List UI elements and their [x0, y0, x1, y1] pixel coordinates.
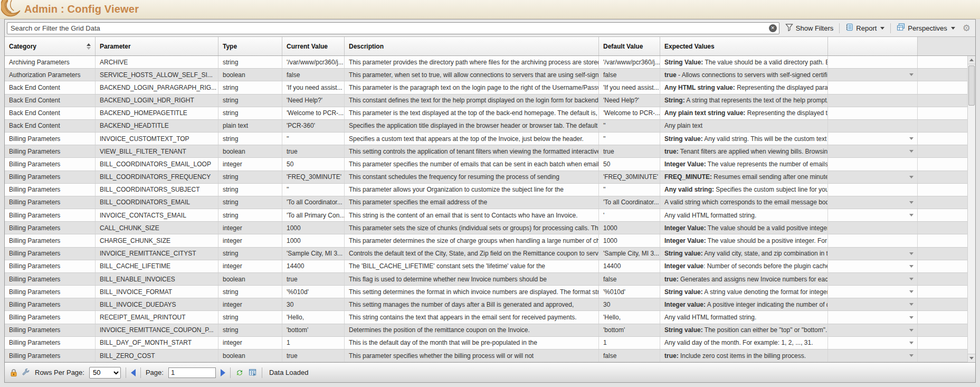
cell-default: false [599, 69, 660, 81]
vertical-scrollbar[interactable] [967, 56, 975, 362]
cell-category: Billing Parameters [5, 158, 96, 170]
cell-category: Back End Content [5, 95, 96, 107]
cell-parameter: BILL_DAY_OF_MONTH_START [96, 337, 218, 349]
table-row[interactable]: Back End ContentBACKEND_LOGIN_HDR_RIGHTs… [5, 95, 967, 107]
row-expand-icon[interactable] [909, 329, 914, 332]
table-row[interactable]: Billing ParametersBILL_INVOICE_DUEDAYSin… [5, 298, 967, 311]
row-expand-icon[interactable] [909, 252, 914, 255]
scroll-down-button[interactable] [968, 354, 975, 362]
row-expand-icon[interactable] [909, 137, 914, 140]
search-input[interactable] [7, 22, 779, 34]
app-logo-icon [1, 0, 21, 19]
column-header-parameter[interactable]: Parameter [96, 37, 218, 55]
cell-category: Billing Parameters [5, 273, 96, 285]
column-header-type[interactable]: Type [218, 37, 282, 55]
column-header-expected-values[interactable]: Expected Values [660, 37, 828, 55]
row-expand-icon[interactable] [909, 214, 914, 216]
table-row[interactable]: Billing ParametersBILL_DAY_OF_MONTH_STAR… [5, 337, 967, 350]
export-grid-button[interactable] [249, 369, 257, 376]
cell-type: integer [218, 337, 282, 349]
row-expand-icon[interactable] [909, 342, 914, 344]
cell-parameter: BILL_COORDINATORS_EMAIL_LOOP [96, 158, 218, 170]
cell-current: true [282, 273, 345, 285]
cell-parameter: BILL_COORDINATORS_EMAIL [96, 196, 218, 209]
table-row[interactable]: Billing ParametersBILL_ZERO_COSTbooleant… [5, 350, 967, 362]
show-filters-button[interactable]: Show Filters [783, 22, 836, 34]
cell-current: '' [282, 184, 345, 196]
lock-icon[interactable] [10, 369, 17, 377]
cell-filler [918, 298, 967, 310]
table-row[interactable]: Billing ParametersBILL_ENABLE_INVOICESbo… [5, 273, 967, 286]
cell-extra [828, 120, 918, 132]
row-expand-icon[interactable] [909, 150, 914, 153]
clear-search-icon[interactable]: ✕ [769, 24, 777, 32]
cell-type: string [218, 56, 282, 68]
cell-filler [918, 260, 967, 272]
rows-per-page-select[interactable]: 50 [89, 367, 121, 379]
report-button[interactable]: Report [843, 22, 887, 34]
column-header-description[interactable]: Description [345, 37, 599, 55]
table-row[interactable]: Archiving ParametersARCHIVEstring'/var/w… [5, 56, 967, 69]
table-row[interactable]: Billing ParametersINVOICE_CUSTOMTEXT_TOP… [5, 133, 967, 145]
table-row[interactable]: Billing ParametersBILL_COORDINATORS_SUBJ… [5, 184, 967, 196]
row-expand-icon[interactable] [909, 316, 914, 319]
row-expand-icon[interactable] [909, 73, 914, 76]
column-header-default-value[interactable]: Default Value [599, 37, 660, 55]
table-row[interactable]: Back End ContentBACKEND_HEADTITLEplain t… [5, 120, 967, 133]
row-expand-icon[interactable] [909, 201, 914, 204]
config-viewer-panel: ✕ Show Filters Report [4, 19, 976, 383]
previous-page-button[interactable] [131, 369, 136, 376]
column-header-current-value[interactable]: Current Value [282, 37, 345, 55]
row-expand-icon[interactable] [909, 176, 914, 178]
table-row[interactable]: Billing ParametersBILL_CACHE_LIFETIMEint… [5, 260, 967, 273]
cell-current: 'Need Help?' [282, 95, 345, 107]
column-header-label: Category [9, 43, 36, 50]
table-row[interactable]: Billing ParametersINVOICE_REMITTANCE_COU… [5, 324, 967, 337]
cell-default: false [599, 350, 660, 362]
grid-toolbar: ✕ Show Filters Report [5, 20, 975, 36]
table-row[interactable]: Billing ParametersINVOICE_REMITTANCE_CIT… [5, 248, 967, 260]
cell-description: This flag is used to determine whether n… [345, 273, 599, 285]
table-row[interactable]: Back End ContentBACKEND_HOMEPAGETITLEstr… [5, 107, 967, 120]
report-label: Report [856, 24, 877, 32]
cell-extra [828, 196, 918, 209]
row-expand-icon[interactable] [909, 265, 914, 268]
cell-parameter: INVOICE_REMITTANCE_COUPON_P... [96, 324, 218, 336]
perspectives-button[interactable]: Perspectives [895, 22, 957, 34]
page-number-input[interactable] [168, 367, 216, 378]
cell-type: string [218, 196, 282, 209]
table-row[interactable]: Billing ParametersCALL_CHUNK_SIZEinteger… [5, 222, 967, 234]
cell-parameter: BILL_COORDINATORS_SUBJECT [96, 184, 218, 196]
row-expand-icon[interactable] [909, 303, 914, 306]
table-row[interactable]: Billing ParametersRECEIPT_EMAIL_PRINTOUT… [5, 311, 967, 324]
cell-expected-values: String value: Any valid string. This wil… [660, 133, 828, 145]
table-row[interactable]: Back End ContentBACKEND_LOGIN_PARAGRAPH_… [5, 81, 967, 94]
cell-default: '%010d' [599, 286, 660, 298]
cell-type: string [218, 184, 282, 196]
column-header-category[interactable]: Category [5, 37, 96, 55]
row-expand-icon[interactable] [909, 278, 914, 280]
row-expand-icon[interactable] [909, 354, 914, 357]
table-row[interactable]: Billing ParametersBILL_COORDINATORS_EMAI… [5, 196, 967, 209]
table-row[interactable]: Authorization ParametersSERVICE_HOSTS_AL… [5, 69, 967, 81]
wrench-icon[interactable] [22, 369, 30, 376]
cell-parameter: BACKEND_HOMEPAGETITLE [96, 107, 218, 119]
next-page-button[interactable] [221, 369, 225, 376]
refresh-button[interactable] [235, 369, 244, 377]
cell-extra [828, 298, 918, 310]
app-header: Admin : Config Viewer [0, 0, 980, 19]
table-row[interactable]: Billing ParametersBILL_COORDINATORS_EMAI… [5, 158, 967, 171]
cell-current: false [282, 69, 345, 81]
table-row[interactable]: Billing ParametersBILL_COORDINATORS_FREQ… [5, 171, 967, 184]
scroll-up-button[interactable] [968, 56, 975, 64]
table-row[interactable]: Billing ParametersBILL_INVOICE_FORMATstr… [5, 286, 967, 298]
cell-current: 'bottom' [282, 324, 345, 336]
cell-current: 50 [282, 158, 345, 170]
row-expand-icon[interactable] [909, 290, 914, 293]
table-row[interactable]: Billing ParametersCHARGE_CHUNK_SIZEinteg… [5, 234, 967, 247]
settings-gear-icon[interactable]: ⚙ [961, 24, 972, 33]
table-row[interactable]: Billing ParametersINVOICE_CONTACTS_EMAIL… [5, 209, 967, 222]
cell-parameter: BILL_COORDINATORS_FREQUENCY [96, 171, 218, 183]
table-row[interactable]: Billing ParametersVIEW_BILL_FILTER_TENAN… [5, 145, 967, 158]
scrollbar-thumb[interactable] [968, 65, 975, 106]
